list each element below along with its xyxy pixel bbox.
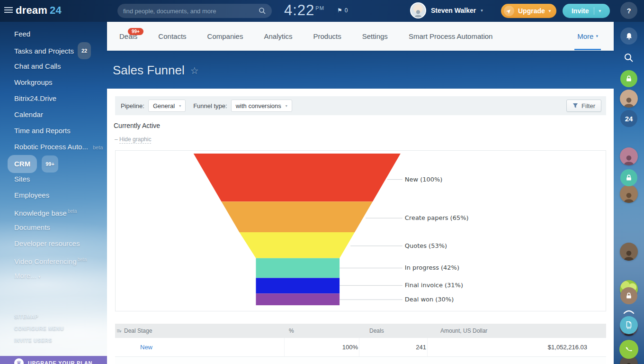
search-input[interactable]: [123, 8, 259, 15]
global-search[interactable]: [117, 4, 272, 18]
sidebar-item-video-conferencing[interactable]: Video Conferencingbeta: [14, 252, 107, 268]
col-header-percent[interactable]: %: [284, 328, 359, 334]
chevron-down-icon: ▾: [549, 9, 551, 13]
clock[interactable]: 4:22PM: [284, 2, 324, 19]
funnel-label-final-invoice: Final invoice (31%): [405, 282, 463, 289]
search-icon[interactable]: [259, 7, 266, 15]
avatar[interactable]: [620, 147, 638, 165]
tab-deals[interactable]: 99+Deals: [119, 22, 137, 50]
funnel-stage-in-progress[interactable]: [256, 258, 340, 278]
chevron-down-icon: ▾: [38, 274, 41, 279]
table-header: ≡▾ Deal Stage % Deals Amount, US Dollar: [115, 324, 606, 338]
upgrade-button[interactable]: ➤ Upgrade ▾: [501, 4, 556, 18]
tab-analytics[interactable]: Analytics: [264, 22, 292, 50]
configure-menu-link[interactable]: CONFIGURE MENU: [14, 326, 64, 331]
topbar: dream24 4:22PM ⚑0 Steven Walker ▾ ➤ Upgr…: [0, 0, 644, 22]
sidebar-item-rpa[interactable]: Robotic Process Auto...beta: [14, 139, 107, 155]
sidebar-item-calendar[interactable]: Calendar: [14, 107, 107, 123]
tab-contacts[interactable]: Contacts: [158, 22, 186, 50]
avatar[interactable]: [620, 185, 638, 203]
main-content: Sales Funnel ☆ Pipeline: General ▾ Funne…: [107, 51, 614, 364]
favorite-star-icon[interactable]: ☆: [190, 65, 199, 76]
tab-products[interactable]: Products: [313, 22, 341, 50]
sidebar-item-workgroups[interactable]: Workgroups: [14, 74, 107, 91]
filter-button[interactable]: Filter: [566, 100, 601, 112]
app-logo[interactable]: dream24: [16, 4, 62, 17]
sidebar-item-knowledge-base[interactable]: Knowledge basebeta: [14, 203, 107, 219]
chevron-down-icon: ▾: [596, 34, 598, 38]
table-row-partial: [115, 357, 606, 364]
funnel-stage-new[interactable]: [194, 154, 401, 201]
invite-button[interactable]: Invite ▾: [563, 4, 610, 18]
sidebar-item-crm[interactable]: CRM99+: [14, 155, 107, 171]
funnel-label-create-papers: Create papers (65%): [405, 214, 469, 221]
sidebar-item-chat[interactable]: Chat and Calls: [14, 58, 107, 74]
chevron-down-icon: ▾: [481, 8, 483, 13]
col-header-amount[interactable]: Amount, US Dollar: [427, 328, 606, 334]
help-button[interactable]: ?: [620, 2, 637, 19]
sidebar-footer: SITEMAP CONFIGURE MENU INVITE USERS: [14, 314, 64, 349]
hamburger-menu-icon[interactable]: [4, 7, 13, 14]
funnel-label-in-progress: In progress (42%): [405, 264, 459, 272]
avatar[interactable]: [620, 243, 638, 261]
sitemap-link[interactable]: SITEMAP: [14, 314, 64, 319]
funnel-stage-final-invoice[interactable]: [256, 278, 340, 293]
sidebar-item-drive[interactable]: Bitrix24.Drive: [14, 91, 107, 107]
search-rail-icon[interactable]: [624, 53, 634, 63]
tab-companies[interactable]: Companies: [207, 22, 243, 50]
beta-tag: beta: [68, 209, 77, 214]
table-row: New 100% 241 $1,052,216.03: [115, 338, 606, 357]
col-header-deals[interactable]: Deals: [359, 328, 427, 334]
right-rail: ? 24: [614, 0, 644, 364]
funnel-svg: New (100%) Create papers (65%) Quotes (5…: [116, 151, 606, 311]
upgrade-plan-bar[interactable]: ♛ UPGRADE YOUR PLAN: [0, 356, 107, 364]
sidebar-item-tasks[interactable]: Tasks and Projects22: [14, 42, 107, 58]
lock-icon[interactable]: [620, 169, 637, 186]
section-heading: Currently Active: [114, 122, 160, 129]
rocket-icon: ➤: [504, 6, 514, 16]
user-name: Steven Walker: [431, 7, 476, 14]
lock-icon[interactable]: [620, 70, 637, 87]
hide-graphic-link[interactable]: – Hide graphic: [115, 136, 151, 143]
document-export-icon[interactable]: [620, 316, 638, 334]
tab-smart-process-automation[interactable]: Smart Process Automation: [409, 22, 493, 50]
tab-settings[interactable]: Settings: [362, 22, 388, 50]
user-avatar[interactable]: [410, 2, 426, 18]
notifications-bell-icon[interactable]: [620, 27, 637, 45]
sidebar-item-developer-resources[interactable]: Developer resources: [14, 236, 107, 252]
sidebar-item-employees[interactable]: Employees: [14, 187, 107, 203]
deals-count-badge: 99+: [128, 28, 143, 35]
sidebar-item-more[interactable]: More... ▾: [14, 268, 107, 284]
sidebar-item-sites[interactable]: Sites: [14, 171, 107, 187]
flag-counter[interactable]: ⚑0: [337, 7, 348, 14]
tab-more[interactable]: More▾: [577, 22, 598, 50]
deal-stage-link[interactable]: New: [123, 344, 284, 351]
beta-tag: beta: [93, 145, 103, 150]
collapse-chevron-icon[interactable]: [623, 309, 635, 314]
pipeline-select[interactable]: General ▾: [148, 100, 186, 112]
lock-icon[interactable]: [620, 287, 637, 304]
user-menu[interactable]: Steven Walker ▾: [410, 2, 483, 18]
funnel-label-deal-won: Deal won (30%): [405, 296, 454, 303]
beta-tag: beta: [77, 257, 86, 262]
bitrix24-badge[interactable]: 24: [620, 110, 637, 127]
col-header-deal-stage[interactable]: Deal Stage: [123, 328, 284, 334]
funnel-label-new: New (100%): [405, 176, 443, 183]
sidebar-item-time-reports[interactable]: Time and Reports: [14, 123, 107, 139]
sidebar-item-feed[interactable]: Feed: [14, 26, 107, 42]
funnel-type-select[interactable]: with conversions ▾: [231, 100, 292, 112]
funnel-stage-deal-won[interactable]: [256, 293, 340, 305]
funnel-stage-create-papers[interactable]: [222, 201, 373, 232]
funnel-type-label: Funnel type:: [193, 102, 227, 109]
table-settings-icon[interactable]: ≡▾: [115, 328, 123, 334]
flag-icon: ⚑: [337, 7, 342, 14]
funnel-stage-quotes[interactable]: [239, 232, 355, 258]
crm-count-badge: 99+: [42, 155, 58, 173]
left-sidebar: Feed Tasks and Projects22 Chat and Calls…: [0, 22, 107, 364]
avatar[interactable]: [620, 90, 638, 108]
phone-icon[interactable]: [619, 340, 638, 359]
sidebar-menu: Feed Tasks and Projects22 Chat and Calls…: [0, 22, 107, 284]
chevron-down-icon: ▾: [179, 104, 181, 108]
sidebar-item-documents[interactable]: Documents: [14, 219, 107, 236]
invite-users-link[interactable]: INVITE USERS: [14, 337, 64, 343]
